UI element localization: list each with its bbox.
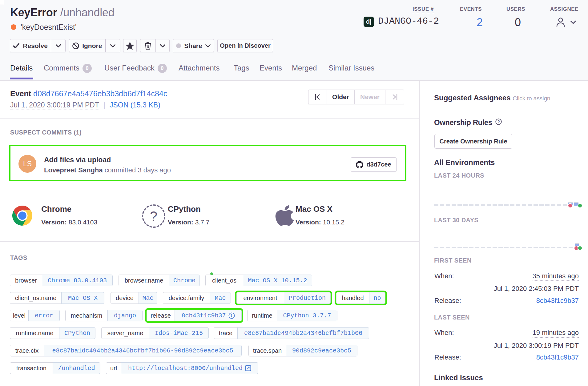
svg-text:?: ? — [497, 119, 500, 124]
